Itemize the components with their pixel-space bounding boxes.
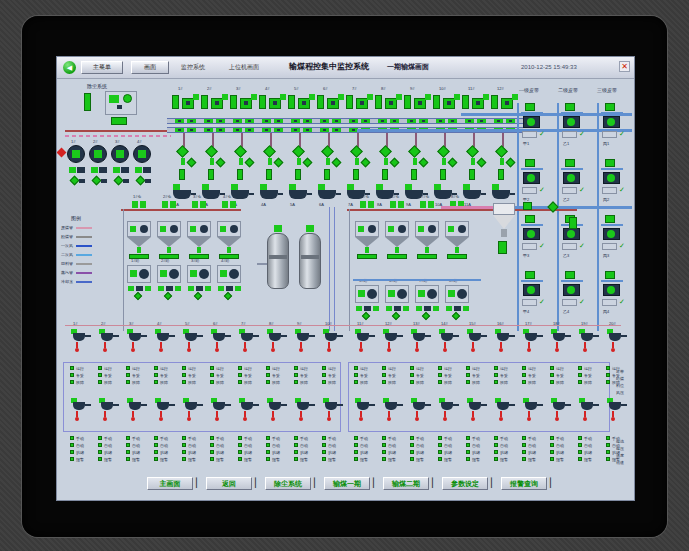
feeder-valve-top[interactable]: [433, 95, 440, 109]
drop-valve[interactable]: [176, 145, 189, 158]
hopper-stem-valve[interactable]: [167, 247, 171, 253]
feeder-out-a[interactable]: [158, 286, 164, 291]
branch-valve[interactable]: [419, 158, 429, 168]
fan-valve-a[interactable]: [135, 167, 142, 173]
feeder-out-valve[interactable]: [134, 292, 142, 300]
branch-valve[interactable]: [187, 158, 197, 168]
drop-valve[interactable]: [408, 145, 421, 158]
feeder-out-a[interactable]: [446, 306, 452, 311]
drive-body[interactable]: [73, 402, 85, 410]
drive-body[interactable]: [241, 333, 253, 341]
belt-valve[interactable]: [565, 271, 575, 279]
nav-button[interactable]: 输煤二期: [383, 477, 429, 490]
drive-body[interactable]: [609, 333, 621, 341]
fan-valve-a[interactable]: [113, 167, 120, 173]
drive-body[interactable]: [185, 402, 197, 410]
drive-body[interactable]: [297, 333, 309, 341]
pipe-valve-a[interactable]: [523, 202, 532, 210]
branch-valve[interactable]: [332, 158, 342, 168]
drive-body[interactable]: [269, 402, 281, 410]
feeder-valve-top[interactable]: [317, 95, 324, 109]
gate-valve[interactable]: [440, 169, 446, 180]
gate-valve[interactable]: [324, 169, 330, 180]
drop-valve[interactable]: [495, 145, 508, 158]
branch-valve[interactable]: [216, 158, 226, 168]
drive-body[interactable]: [129, 333, 141, 341]
drive-body[interactable]: [101, 402, 113, 410]
drive-body[interactable]: [325, 402, 337, 410]
gate-valve[interactable]: [498, 169, 504, 180]
drive-body[interactable]: [241, 402, 253, 410]
branch-valve[interactable]: [477, 158, 487, 168]
feeder-out-valve[interactable]: [392, 312, 400, 320]
feeder-out-valve[interactable]: [194, 292, 202, 300]
gate-valve[interactable]: [266, 169, 272, 180]
feeder-out-a[interactable]: [356, 306, 362, 311]
hopper-inlet-valve-b[interactable]: [200, 201, 206, 208]
fan-valve-b[interactable]: [136, 176, 146, 186]
close-icon[interactable]: ✕: [619, 61, 630, 72]
drop-valve[interactable]: [292, 145, 305, 158]
hopper-inlet-valve-a[interactable]: [162, 201, 168, 208]
hopper-inlet-valve-b[interactable]: [170, 201, 176, 208]
drive-body[interactable]: [73, 333, 85, 341]
nav-button[interactable]: 参数设定: [442, 477, 488, 490]
drop-valve[interactable]: [205, 145, 218, 158]
pipe-valve-c[interactable]: [569, 217, 577, 229]
hopper-inlet-valve-b[interactable]: [398, 201, 404, 208]
cyclone-discharge[interactable]: [498, 241, 507, 254]
fan-valve-b[interactable]: [70, 176, 80, 186]
branch-valve[interactable]: [361, 158, 371, 168]
belt-valve[interactable]: [565, 159, 575, 167]
hopper-stem-valve[interactable]: [137, 247, 141, 253]
belt-valve[interactable]: [605, 159, 615, 167]
feeder-out-a[interactable]: [218, 286, 224, 291]
gate-valve[interactable]: [382, 169, 388, 180]
fan-valve-a[interactable]: [91, 167, 98, 173]
gate-valve[interactable]: [179, 169, 185, 180]
feeder-out-valve[interactable]: [452, 312, 460, 320]
drive-body[interactable]: [213, 333, 225, 341]
feeder-out-valve[interactable]: [224, 292, 232, 300]
menu-button[interactable]: 主菜单: [81, 61, 123, 74]
belt-valve[interactable]: [605, 103, 615, 111]
feeder-valve-top[interactable]: [288, 95, 295, 109]
drive-body[interactable]: [325, 333, 337, 341]
hopper-inlet-valve-b[interactable]: [368, 201, 374, 208]
feeder-out-c[interactable]: [145, 286, 151, 291]
hopper-inlet-valve-a[interactable]: [360, 201, 366, 208]
tank-top-valve[interactable]: [306, 225, 314, 232]
duct-valve[interactable]: [84, 93, 91, 111]
hopper-stem-valve[interactable]: [455, 247, 459, 253]
branch-valve[interactable]: [274, 158, 284, 168]
drive-body[interactable]: [469, 402, 481, 410]
nav-button[interactable]: 输煤一期: [324, 477, 370, 490]
hopper-gate[interactable]: [387, 254, 407, 259]
hopper-inlet-valve-b[interactable]: [428, 201, 434, 208]
feeder-out-valve[interactable]: [422, 312, 430, 320]
dust-outlet-valve[interactable]: [111, 117, 127, 125]
gate-valve[interactable]: [353, 169, 359, 180]
belt-valve[interactable]: [605, 215, 615, 223]
feeder-out-a[interactable]: [188, 286, 194, 291]
drive-body[interactable]: [441, 402, 453, 410]
hopper-stem-valve[interactable]: [425, 247, 429, 253]
hopper-inlet-valve-b[interactable]: [140, 201, 146, 208]
drive-body[interactable]: [157, 402, 169, 410]
feeder-out-c[interactable]: [433, 306, 439, 311]
feeder-out-c[interactable]: [235, 286, 241, 291]
feeder-valve-top[interactable]: [404, 95, 411, 109]
hopper-stem-valve[interactable]: [227, 247, 231, 253]
branch-valve[interactable]: [390, 158, 400, 168]
drive-body[interactable]: [413, 333, 425, 341]
gate-valve[interactable]: [208, 169, 214, 180]
gate-valve[interactable]: [295, 169, 301, 180]
nav-button[interactable]: 报警查询: [501, 477, 547, 490]
drive-body[interactable]: [497, 333, 509, 341]
hopper-stem-valve[interactable]: [365, 247, 369, 253]
hopper-gate[interactable]: [417, 254, 437, 259]
drop-valve[interactable]: [263, 145, 276, 158]
drop-valve[interactable]: [321, 145, 334, 158]
feeder-valve-top[interactable]: [491, 95, 498, 109]
feeder-valve-top[interactable]: [462, 95, 469, 109]
